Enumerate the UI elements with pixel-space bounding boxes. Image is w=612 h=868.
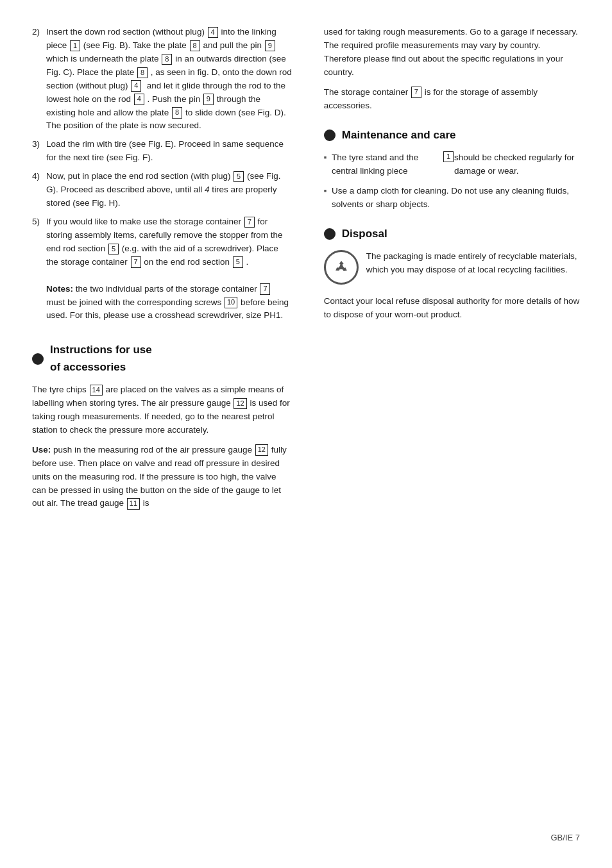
box-8d: 8 bbox=[172, 107, 182, 118]
left-column: 2) Insert the down rod section (without … bbox=[32, 26, 311, 826]
columns: 2) Insert the down rod section (without … bbox=[32, 26, 580, 826]
disposal-title: Disposal bbox=[342, 226, 387, 242]
box-7d: 7 bbox=[411, 87, 421, 97]
numbered-list: 2) Insert the down rod section (without … bbox=[32, 26, 292, 322]
box-12a: 12 bbox=[234, 398, 246, 409]
right-intro-text: used for taking rough measurements. Go t… bbox=[324, 26, 580, 79]
box-7a: 7 bbox=[244, 217, 255, 228]
box-8c: 8 bbox=[137, 67, 148, 78]
maintenance-title: Maintenance and care bbox=[342, 127, 456, 144]
instructions-para-2: Use: push in the measuring rod of the ai… bbox=[32, 444, 292, 511]
box-4b: 4 bbox=[131, 80, 141, 91]
box-7b: 7 bbox=[131, 256, 141, 267]
box-12b: 12 bbox=[255, 444, 268, 455]
list-item-4: 4) Now, put in place the end rod section… bbox=[32, 170, 292, 210]
maintenance-heading: Maintenance and care bbox=[324, 127, 580, 144]
maintenance-bullet-2: Use a damp cloth for cleaning. Do not us… bbox=[324, 185, 580, 212]
box-1b: 1 bbox=[443, 151, 454, 162]
recycle-icon bbox=[324, 250, 359, 285]
disposal-heading: Disposal bbox=[324, 226, 580, 242]
list-content-4: Now, put in place the end rod section (w… bbox=[46, 170, 292, 210]
instructions-title: Instructions for useof accessories bbox=[50, 342, 152, 376]
box-9b: 9 bbox=[203, 94, 214, 104]
list-num-2: 2) bbox=[32, 26, 46, 39]
storage-text: The storage container 7 is for the stora… bbox=[324, 86, 580, 113]
maintenance-dot bbox=[324, 129, 336, 141]
list-content-3: Load the rim with tire (see Fig. E). Pro… bbox=[46, 138, 292, 165]
page: 2) Insert the down rod section (without … bbox=[0, 0, 612, 868]
box-4c: 4 bbox=[134, 94, 144, 104]
instructions-dot bbox=[32, 353, 44, 365]
box-5b: 5 bbox=[108, 244, 119, 255]
disposal-dot bbox=[324, 228, 336, 240]
right-column: used for taking rough measurements. Go t… bbox=[311, 26, 580, 826]
disposal-box-text: The packaging is made entirely of recycl… bbox=[366, 250, 580, 277]
notes-bold: Notes: bbox=[46, 284, 73, 294]
list-item-5: 5) If you would like to make use the sto… bbox=[32, 215, 292, 322]
box-4a: 4 bbox=[208, 27, 218, 38]
disposal-box: The packaging is made entirely of recycl… bbox=[324, 250, 580, 287]
use-bold: Use: bbox=[32, 445, 51, 455]
box-14: 14 bbox=[90, 385, 103, 396]
maintenance-list: The tyre stand and the central linking p… bbox=[324, 151, 580, 212]
box-5a: 5 bbox=[234, 171, 244, 182]
list-item-3: 3) Load the rim with tire (see Fig. E). … bbox=[32, 138, 292, 165]
box-10: 10 bbox=[225, 297, 237, 308]
box-7c: 7 bbox=[260, 283, 270, 294]
disposal-body-text: Contact your local refuse disposal autho… bbox=[324, 295, 580, 322]
list-num-3: 3) bbox=[32, 138, 46, 151]
list-num-4: 4) bbox=[32, 170, 46, 183]
instructions-para-1: The tyre chips 14 are placed on the valv… bbox=[32, 383, 292, 437]
box-11: 11 bbox=[127, 498, 140, 509]
box-8a: 8 bbox=[190, 40, 200, 51]
maintenance-bullet-1: The tyre stand and the central linking p… bbox=[324, 151, 580, 178]
box-8b: 8 bbox=[162, 54, 172, 65]
list-num-5: 5) bbox=[32, 215, 46, 229]
box-5c: 5 bbox=[233, 256, 243, 267]
box-1a: 1 bbox=[70, 40, 80, 51]
page-footer: GB/IE 7 bbox=[32, 826, 580, 842]
list-content-5: If you would like to make use the storag… bbox=[46, 215, 292, 322]
instructions-heading: Instructions for useof accessories bbox=[32, 342, 292, 376]
page-number: GB/IE 7 bbox=[550, 833, 580, 842]
list-content-2: Insert the down rod section (without plu… bbox=[46, 26, 292, 133]
list-item-2: 2) Insert the down rod section (without … bbox=[32, 26, 292, 133]
instructions-body: The tyre chips 14 are placed on the valv… bbox=[32, 383, 292, 510]
box-9a: 9 bbox=[265, 40, 275, 51]
